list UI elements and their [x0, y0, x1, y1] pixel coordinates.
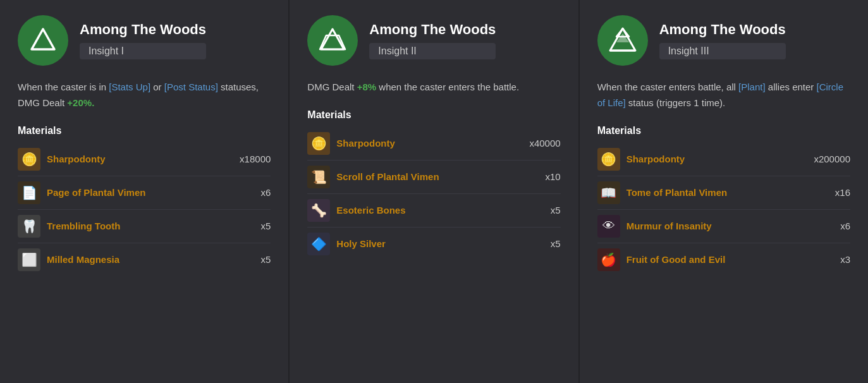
- material-qty: x5: [551, 238, 561, 249]
- header-insight1: Among The WoodsInsight I: [18, 15, 271, 66]
- icon-circle-insight1: [18, 15, 68, 66]
- material-qty: x5: [551, 205, 561, 216]
- material-row: 🍎Fruit of Good and Evilx3: [597, 243, 850, 276]
- material-name: Holy Silver: [336, 238, 544, 249]
- material-icon-1: 📄: [18, 181, 40, 204]
- material-row: 📄Page of Plantal Vimenx6: [18, 176, 271, 210]
- material-name: Sharpodonty: [47, 154, 233, 164]
- highlight-green-text: +8%: [357, 82, 376, 92]
- description-insight3: When the caster enters battle, all [Plan…: [597, 80, 850, 111]
- woods-icon: [317, 25, 348, 56]
- material-icon-1: 📖: [597, 181, 620, 204]
- material-name: Esoteric Bones: [336, 205, 544, 216]
- material-name: Sharpodonty: [627, 154, 808, 164]
- panel-insight2: Among The WoodsInsight IIDMG Dealt +8% w…: [290, 0, 579, 383]
- material-row: 🔷Holy Silverx5: [307, 228, 560, 260]
- material-row: 📜Scroll of Plantal Vimenx10: [307, 161, 560, 194]
- material-qty: x40000: [529, 138, 560, 149]
- material-icon-2: 👁: [597, 215, 620, 238]
- material-icon-1: 📜: [307, 166, 330, 188]
- material-icon-2: 🦷: [18, 215, 40, 238]
- svg-marker-0: [32, 29, 54, 49]
- material-qty: x5: [260, 221, 271, 231]
- material-row: 📖Tome of Plantal Vimenx16: [597, 176, 850, 210]
- highlight-blue-text: [Stats Up]: [109, 82, 150, 92]
- header-text-insight2: Among The WoodsInsight II: [369, 21, 496, 59]
- materials-title: Materials: [307, 109, 560, 121]
- material-row: 🪙Sharpodontyx40000: [307, 127, 560, 161]
- material-name: Milled Magnesia: [47, 254, 254, 265]
- highlight-blue-text: [Post Status]: [164, 82, 218, 92]
- material-name: Fruit of Good and Evil: [627, 254, 834, 265]
- woods-icon: [608, 25, 638, 56]
- material-row: ⬜Milled Magnesiax5: [18, 243, 271, 276]
- material-row: 🪙Sharpodontyx200000: [597, 143, 850, 176]
- description-insight1: When the caster is in [Stats Up] or [Pos…: [18, 80, 271, 111]
- insight-badge-insight1: Insight I: [80, 43, 206, 59]
- panels-container: Among The WoodsInsight IWhen the caster …: [0, 0, 868, 383]
- material-name: Page of Plantal Vimen: [47, 187, 254, 198]
- material-qty: x16: [835, 187, 850, 198]
- description-insight2: DMG Dealt +8% when the caster enters the…: [307, 80, 560, 95]
- material-name: Trembling Tooth: [47, 221, 254, 231]
- material-name: Sharpodonty: [336, 138, 523, 149]
- materials-title: Materials: [18, 125, 271, 137]
- material-icon-3: 🍎: [597, 248, 620, 271]
- highlight-blue-text: [Circle of Life]: [597, 82, 843, 108]
- material-qty: x10: [545, 171, 560, 182]
- material-row: 🪙Sharpodontyx18000: [18, 143, 271, 176]
- game-title: Among The Woods: [659, 21, 786, 38]
- material-qty: x200000: [814, 154, 850, 164]
- materials-section-insight2: Materials🪙Sharpodontyx40000📜Scroll of Pl…: [307, 109, 560, 368]
- material-icon-0: 🪙: [307, 132, 330, 155]
- svg-marker-2: [320, 35, 345, 49]
- material-name: Scroll of Plantal Vimen: [336, 171, 539, 182]
- material-row: 👁Murmur of Insanityx6: [597, 210, 850, 243]
- highlight-green-text: +20%.: [67, 97, 94, 108]
- materials-title: Materials: [597, 125, 850, 137]
- material-name: Murmur of Insanity: [627, 221, 834, 231]
- header-insight3: Among The WoodsInsight III: [597, 15, 850, 66]
- material-icon-3: 🔷: [307, 233, 330, 255]
- material-icon-0: 🪙: [18, 148, 40, 171]
- header-text-insight1: Among The WoodsInsight I: [80, 21, 206, 59]
- material-row: 🦴Esoteric Bonesx5: [307, 194, 560, 228]
- header-text-insight3: Among The WoodsInsight III: [659, 21, 786, 59]
- material-name: Tome of Plantal Vimen: [627, 187, 829, 198]
- highlight-blue-text: [Plant]: [738, 82, 766, 92]
- material-icon-2: 🦴: [307, 199, 330, 222]
- panel-insight1: Among The WoodsInsight IWhen the caster …: [0, 0, 290, 383]
- material-qty: x18000: [240, 154, 271, 164]
- insight-badge-insight2: Insight II: [369, 43, 496, 59]
- header-insight2: Among The WoodsInsight II: [307, 15, 560, 66]
- icon-circle-insight3: [597, 15, 648, 66]
- panel-insight3: Among The WoodsInsight IIIWhen the caste…: [580, 0, 868, 383]
- game-title: Among The Woods: [369, 21, 496, 38]
- insight-badge-insight3: Insight III: [659, 43, 786, 59]
- icon-circle-insight2: [307, 15, 358, 66]
- materials-section-insight1: Materials🪙Sharpodontyx18000📄Page of Plan…: [18, 125, 271, 368]
- material-icon-0: 🪙: [597, 148, 620, 171]
- material-qty: x6: [840, 221, 850, 231]
- material-qty: x6: [260, 187, 271, 198]
- material-row: 🦷Trembling Toothx5: [18, 210, 271, 243]
- material-qty: x3: [840, 254, 850, 265]
- material-qty: x5: [260, 254, 271, 265]
- material-icon-3: ⬜: [18, 248, 40, 271]
- materials-section-insight3: Materials🪙Sharpodontyx200000📖Tome of Pla…: [597, 125, 850, 368]
- game-title: Among The Woods: [80, 21, 206, 38]
- woods-icon: [28, 25, 58, 56]
